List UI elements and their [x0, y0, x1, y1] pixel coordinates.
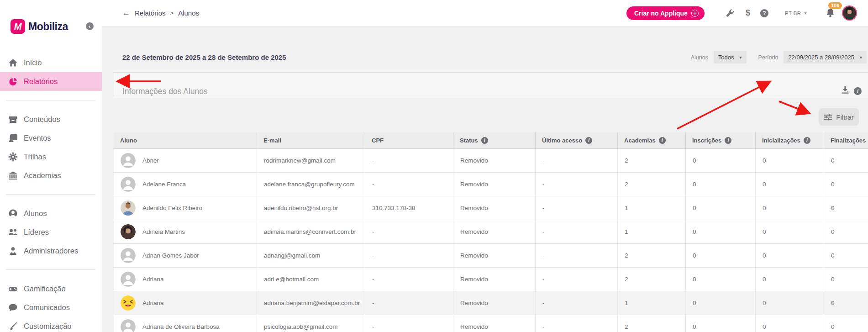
- sidebar-item-relatorios[interactable]: Relatórios: [0, 72, 102, 91]
- person-icon: [8, 209, 18, 218]
- alunos-table: Aluno E-mail CPF Statusi Último acessoi …: [114, 132, 868, 332]
- sidebar-item-inicio[interactable]: Início: [0, 53, 102, 72]
- student-finalizacoes: 0: [824, 244, 868, 267]
- info-icon[interactable]: i: [659, 137, 666, 144]
- student-inscricoes: 0: [685, 173, 755, 196]
- student-name: Adelane Franca: [142, 181, 186, 188]
- student-academias: 2: [617, 149, 685, 172]
- back-arrow-icon[interactable]: ←: [122, 9, 130, 18]
- pie-chart-icon: [8, 77, 18, 86]
- table-row[interactable]: Abner rodrimarknew@gmail.com - Removido …: [114, 149, 868, 173]
- table-row[interactable]: Adriana adriana.benjamim@estapar.com.br …: [114, 291, 868, 315]
- sidebar-item-label: Alunos: [24, 209, 47, 218]
- chevron-down-icon: ▾: [740, 55, 742, 60]
- student-academias: 1: [617, 196, 685, 220]
- student-academias: 2: [617, 315, 685, 332]
- table-row[interactable]: Adriana de Oliveira Barbosa psicologia.a…: [114, 315, 868, 332]
- student-last-access: -: [535, 173, 617, 196]
- brand-logo[interactable]: M Mobiliza: [11, 19, 68, 34]
- dollar-icon[interactable]: $: [746, 8, 750, 18]
- column-header-status[interactable]: Statusi: [453, 132, 535, 148]
- column-header-aluno[interactable]: Aluno: [114, 132, 257, 148]
- student-last-access: -: [535, 315, 617, 332]
- help-icon[interactable]: ?: [760, 9, 768, 17]
- collapse-chevron-icon: ‹: [89, 23, 90, 29]
- column-header-email[interactable]: E-mail: [257, 132, 365, 148]
- create-applique-button[interactable]: Criar no Applique +: [626, 6, 705, 20]
- student-name: Adenildo Felix Ribeiro: [142, 205, 202, 211]
- column-header-finalizacoes[interactable]: Finalizaçõesi: [824, 132, 868, 148]
- sidebar-item-trilhas[interactable]: Trilhas: [0, 148, 102, 166]
- table-row[interactable]: Adelane Franca adelane.franca@grupofleur…: [114, 173, 868, 196]
- sidebar-item-administradores[interactable]: Administradores: [0, 242, 102, 260]
- sidebar-item-label: Início: [24, 58, 42, 67]
- student-inscricoes: 0: [685, 149, 755, 172]
- student-status: Removido: [453, 196, 535, 220]
- sidebar-item-lideres[interactable]: Líderes: [0, 223, 102, 242]
- sidebar-item-label: Conteúdos: [24, 115, 60, 124]
- notification-count-badge: 106: [828, 2, 842, 9]
- student-inicializacoes: 0: [755, 268, 824, 291]
- sidebar-collapse-button[interactable]: ‹: [86, 22, 94, 30]
- column-header-ultimo-acesso[interactable]: Último acessoi: [535, 132, 617, 148]
- info-icon[interactable]: i: [585, 137, 592, 144]
- sidebar-item-label: Academias: [24, 171, 61, 180]
- sidebar-item-eventos[interactable]: Eventos: [0, 129, 102, 148]
- student-status: Removido: [453, 315, 535, 332]
- download-icon[interactable]: [841, 85, 850, 96]
- info-icon[interactable]: i: [481, 137, 488, 144]
- breadcrumb-relatorios[interactable]: Relatórios: [135, 9, 166, 17]
- alunos-filter-select[interactable]: Todos ▾: [714, 51, 747, 63]
- user-avatar[interactable]: [842, 5, 857, 21]
- sidebar-item-customizacao[interactable]: Customização: [0, 317, 102, 332]
- student-finalizacoes: 0: [824, 149, 868, 172]
- topbar-actions: Criar no Applique + $ ? PT BR ▾ 106: [626, 0, 857, 26]
- student-inscricoes: 0: [685, 220, 755, 243]
- student-status: Removido: [453, 220, 535, 243]
- table-row[interactable]: Adinéia Martins adineia.martins@connvert…: [114, 220, 868, 244]
- info-icon[interactable]: i: [804, 137, 810, 144]
- column-header-academias[interactable]: Academiasi: [617, 132, 685, 148]
- alunos-filter-label: Alunos: [691, 54, 708, 61]
- student-name: Adinéia Martins: [142, 228, 185, 235]
- column-header-inscricoes[interactable]: Inscriçõesi: [685, 132, 755, 148]
- chat-bubble-icon: [8, 303, 18, 312]
- student-inicializacoes: 0: [755, 173, 824, 196]
- student-avatar: [121, 248, 136, 263]
- info-icon[interactable]: i: [725, 137, 731, 144]
- sidebar-item-academias[interactable]: Academias: [0, 166, 102, 185]
- student-finalizacoes: 0: [824, 220, 868, 243]
- student-avatar: [121, 153, 136, 168]
- sidebar-item-alunos[interactable]: Alunos: [0, 204, 102, 223]
- table-row[interactable]: Adnan Gomes Jabor adnangj@gmail.com - Re…: [114, 244, 868, 268]
- section-title: Informações dos Alunos: [122, 87, 208, 96]
- student-cpf: -: [365, 291, 453, 315]
- report-filters: Alunos Todos ▾ Período 22/09/2025 a 28/0…: [691, 51, 867, 63]
- info-icon[interactable]: i: [854, 87, 862, 95]
- student-status: Removido: [453, 149, 535, 172]
- table-row[interactable]: Adriana adri.e@hotmail.com - Removido - …: [114, 268, 868, 291]
- filter-button[interactable]: Filtrar: [819, 108, 859, 126]
- table-header-row: Aluno E-mail CPF Statusi Último acessoi …: [114, 132, 868, 149]
- language-selector[interactable]: PT BR ▾: [785, 11, 807, 16]
- periodo-filter-select[interactable]: 22/09/2025 a 28/09/2025 ▾: [784, 51, 867, 63]
- student-academias: 2: [617, 173, 685, 196]
- column-header-cpf[interactable]: CPF: [365, 132, 453, 148]
- notifications-bell[interactable]: 106: [825, 7, 836, 20]
- student-academias: 2: [617, 268, 685, 291]
- wrench-icon[interactable]: [726, 9, 735, 18]
- sidebar-item-comunicados[interactable]: Comunicados: [0, 298, 102, 317]
- sidebar-divider: [6, 194, 95, 195]
- section-header-band: Informações dos Alunos i: [114, 72, 868, 98]
- sidebar-item-label: Comunicados: [24, 303, 70, 312]
- mobiliza-logo-icon: M: [11, 19, 25, 34]
- sidebar-item-conteudos[interactable]: Conteúdos: [0, 110, 102, 129]
- breadcrumb: ← Relatórios > Alunos: [122, 0, 199, 26]
- archive-icon: [8, 115, 18, 124]
- sidebar-item-gamificacao[interactable]: Gamificação: [0, 279, 102, 298]
- student-cpf: -: [365, 244, 453, 267]
- table-row[interactable]: Adenildo Felix Ribeiro adenildo.ribeiro@…: [114, 196, 868, 220]
- student-name: Adriana de Oliveira Barbosa: [142, 323, 220, 330]
- student-email: adri.e@hotmail.com: [257, 268, 365, 291]
- column-header-inicializacoes[interactable]: Inicializaçõesi: [755, 132, 824, 148]
